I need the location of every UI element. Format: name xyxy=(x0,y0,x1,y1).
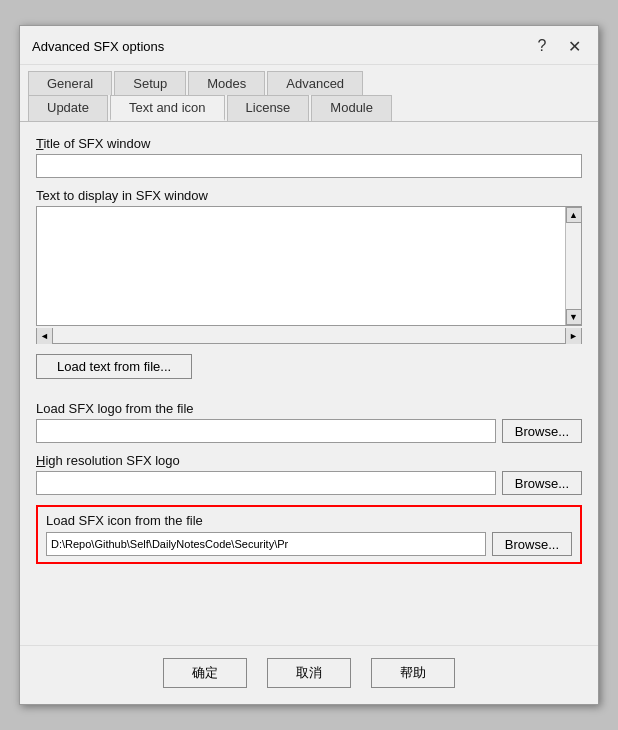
sfx-icon-section: Load SFX icon from the file Browse... xyxy=(36,505,582,564)
textarea-scrollbar-h[interactable]: ◄ ► xyxy=(36,328,582,344)
textarea-scrollbar-v[interactable]: ▲ ▼ xyxy=(565,207,581,325)
sfx-logo-input[interactable] xyxy=(36,419,496,443)
title-bar-left: Advanced SFX options xyxy=(32,39,164,54)
scroll-up-arrow[interactable]: ▲ xyxy=(566,207,582,223)
title-bar-right: ? ✕ xyxy=(530,34,586,58)
dialog-title: Advanced SFX options xyxy=(32,39,164,54)
tab-license[interactable]: License xyxy=(227,95,310,121)
help-title-button[interactable]: ? xyxy=(530,34,554,58)
sfx-text-label: Text to display in SFX window xyxy=(36,188,582,203)
ok-button[interactable]: 确定 xyxy=(163,658,247,688)
tabs-row-1: General Setup Modes Advanced xyxy=(20,65,598,95)
sfx-logo-label: Load SFX logo from the file xyxy=(36,401,582,416)
sfx-icon-input[interactable] xyxy=(46,532,486,556)
help-button[interactable]: 帮助 xyxy=(371,658,455,688)
footer: 确定 取消 帮助 xyxy=(20,645,598,704)
tab-text-and-icon[interactable]: Text and icon xyxy=(110,95,225,121)
sfx-icon-row: Browse... xyxy=(46,532,572,556)
sfx-logo-section: Load SFX logo from the file Browse... xyxy=(36,401,582,443)
sfx-hires-browse-button[interactable]: Browse... xyxy=(502,471,582,495)
sfx-textarea-wrapper: ▲ ▼ xyxy=(36,206,582,326)
sfx-text-input[interactable] xyxy=(37,207,565,325)
tab-module[interactable]: Module xyxy=(311,95,392,121)
cancel-button[interactable]: 取消 xyxy=(267,658,351,688)
sfx-hires-input[interactable] xyxy=(36,471,496,495)
tab-advanced[interactable]: Advanced xyxy=(267,71,363,95)
sfx-icon-label: Load SFX icon from the file xyxy=(46,513,572,528)
load-text-button[interactable]: Load text from file... xyxy=(36,354,192,379)
tab-update[interactable]: Update xyxy=(28,95,108,121)
sfx-text-section: Text to display in SFX window ▲ ▼ ◄ ► xyxy=(36,188,582,344)
tab-modes[interactable]: Modes xyxy=(188,71,265,95)
tab-general[interactable]: General xyxy=(28,71,112,95)
content-area: Title of SFX window Text to display in S… xyxy=(20,122,598,645)
sfx-hires-row: Browse... xyxy=(36,471,582,495)
sfx-title-section: Title of SFX window xyxy=(36,136,582,178)
sfx-icon-browse-button[interactable]: Browse... xyxy=(492,532,572,556)
tab-setup[interactable]: Setup xyxy=(114,71,186,95)
scroll-down-arrow[interactable]: ▼ xyxy=(566,309,582,325)
dialog: Advanced SFX options ? ✕ General Setup M… xyxy=(19,25,599,705)
sfx-hires-label: High resolution SFX logo xyxy=(36,453,582,468)
load-text-section: Load text from file... xyxy=(36,354,582,389)
title-bar: Advanced SFX options ? ✕ xyxy=(20,26,598,65)
scroll-right-arrow[interactable]: ► xyxy=(565,328,581,344)
close-button[interactable]: ✕ xyxy=(562,34,586,58)
sfx-logo-browse-button[interactable]: Browse... xyxy=(502,419,582,443)
sfx-title-input[interactable] xyxy=(36,154,582,178)
scroll-left-arrow[interactable]: ◄ xyxy=(37,328,53,344)
sfx-logo-row: Browse... xyxy=(36,419,582,443)
sfx-title-label: Title of SFX window xyxy=(36,136,582,151)
tabs-row-2: Update Text and icon License Module xyxy=(20,95,598,122)
sfx-hires-section: High resolution SFX logo Browse... xyxy=(36,453,582,495)
